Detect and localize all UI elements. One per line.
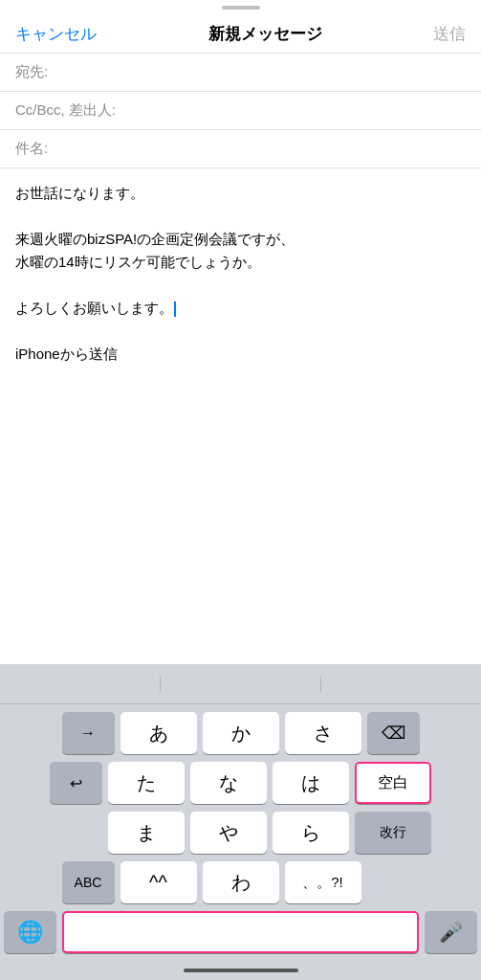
key-ha[interactable]: は: [273, 762, 349, 804]
suggestion-3[interactable]: [321, 677, 481, 692]
key-punct[interactable]: 、。?!: [285, 861, 361, 903]
key-row-2: ↩ た な は 空白: [4, 762, 477, 804]
to-field-row: 宛先:: [0, 54, 481, 92]
key-ya[interactable]: や: [190, 812, 267, 854]
drag-handle: [0, 0, 481, 11]
undo-key[interactable]: ↩: [50, 762, 102, 804]
key-row-1: → あ か さ ⌫: [4, 712, 477, 754]
empty-slot-3: [50, 812, 102, 854]
empty-slot-4: [367, 861, 420, 903]
key-row-3: ま や ら 改行: [4, 812, 477, 854]
body-line7: [15, 320, 466, 343]
cancel-button[interactable]: キャンセル: [15, 23, 97, 45]
space-key[interactable]: 空白: [355, 762, 431, 804]
key-na[interactable]: な: [190, 762, 267, 804]
suggestions-bar: [0, 664, 481, 704]
key-ka[interactable]: か: [203, 712, 279, 754]
cc-input[interactable]: [116, 102, 466, 119]
cc-field-row: Cc/Bcc, 差出人:: [0, 92, 481, 130]
suggestion-1[interactable]: [0, 677, 161, 692]
key-sa[interactable]: さ: [285, 712, 361, 754]
send-button[interactable]: 送信: [433, 23, 466, 45]
key-row-4: ABC ^^ わ 、。?!: [4, 861, 477, 903]
key-row-5: 🌐 🎤: [4, 911, 477, 953]
key-a[interactable]: あ: [120, 712, 197, 754]
key-wa[interactable]: わ: [203, 861, 279, 903]
keys-container: → あ か さ ⌫ ↩ た な: [0, 704, 481, 961]
body-line8: iPhoneから送信: [15, 343, 466, 366]
key-hat[interactable]: ^^: [120, 861, 197, 903]
home-indicator: [0, 961, 481, 980]
body-line4: 水曜の14時にリスケ可能でしょうか。: [15, 251, 466, 274]
to-input[interactable]: [92, 64, 466, 80]
globe-key[interactable]: 🌐: [4, 911, 56, 953]
key-ma[interactable]: ま: [108, 812, 185, 854]
body-line6: よろしくお願いします。: [15, 297, 466, 320]
nav-bar: キャンセル 新規メッセージ 送信: [0, 11, 481, 54]
delete-key[interactable]: ⌫: [367, 712, 420, 754]
suggestion-2[interactable]: [161, 677, 321, 692]
key-ta[interactable]: た: [108, 762, 185, 804]
abc-key[interactable]: ABC: [62, 861, 115, 903]
home-bar: [184, 969, 298, 972]
body-line1: お世話になります。: [15, 182, 466, 205]
text-cursor: [174, 301, 176, 317]
mic-key[interactable]: 🎤: [425, 911, 477, 953]
subject-input[interactable]: [92, 141, 466, 157]
keyboard: → あ か さ ⌫ ↩ た な: [0, 664, 481, 980]
key-ra[interactable]: ら: [273, 812, 349, 854]
body-line2: [15, 205, 466, 228]
arrow-key[interactable]: →: [62, 712, 115, 754]
cc-label: Cc/Bcc, 差出人:: [15, 101, 116, 120]
page-title: 新規メッセージ: [208, 23, 322, 45]
body-area[interactable]: お世話になります。 来週火曜のbizSPA!の企画定例会議ですが、 水曜の14時…: [0, 168, 481, 417]
subject-field-row: 件名:: [0, 130, 481, 168]
return-key[interactable]: 改行: [355, 812, 431, 854]
body-line3: 来週火曜のbizSPA!の企画定例会議ですが、: [15, 228, 466, 251]
subject-label: 件名:: [15, 140, 92, 158]
space-bar[interactable]: [62, 911, 419, 953]
body-line5: [15, 274, 466, 297]
to-label: 宛先:: [15, 63, 92, 81]
